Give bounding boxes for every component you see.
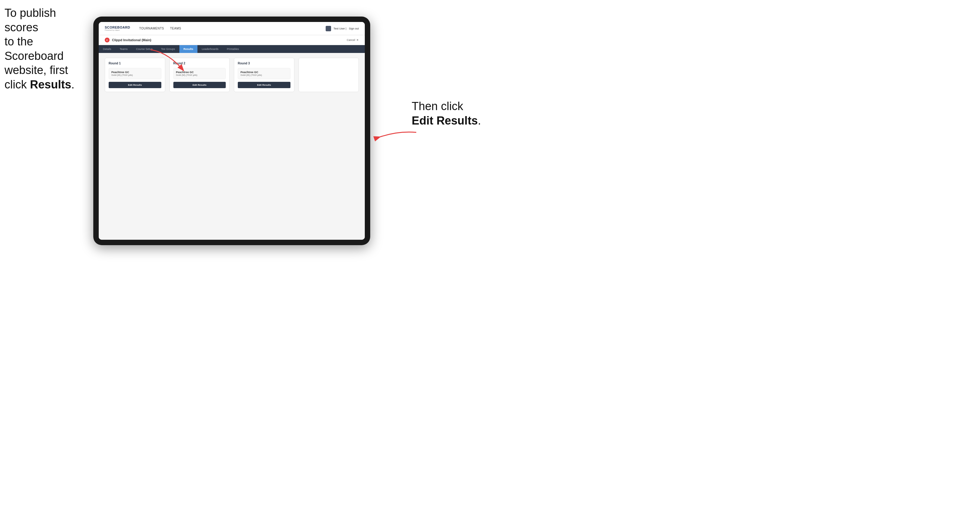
round-3-course-name: Peachtree GC [240, 71, 288, 74]
tab-printables[interactable]: Printables [223, 45, 243, 53]
round-3-course-card: Peachtree GC Gold (M) (7010 yds) [238, 68, 290, 79]
logo-area: SCOREBOARD Powered by clippd [105, 26, 130, 31]
sign-out-link[interactable]: Sign out [349, 27, 359, 30]
round-3-course-details: Gold (M) (7010 yds) [240, 74, 288, 76]
instruction-line1: To publish scores [5, 6, 56, 34]
instruction-results-bold: Results [30, 78, 71, 91]
round-4-card [299, 58, 359, 92]
top-nav: SCOREBOARD Powered by clippd TOURNAMENTS… [99, 22, 365, 35]
tab-bar: Details Teams Course Setup Tee Groups Re… [99, 45, 365, 53]
then-click-text: Then click Edit Results. [412, 99, 481, 128]
nav-left: SCOREBOARD Powered by clippd TOURNAMENTS… [105, 26, 181, 31]
nav-right: Test User | Sign out [326, 26, 359, 31]
edit-results-arrow [371, 120, 419, 144]
results-arrow [145, 47, 189, 77]
round-3-card: Round 3 Peachtree GC Gold (M) (7010 yds)… [234, 58, 294, 92]
then-click-suffix: . [478, 114, 481, 127]
user-name: Test User | [334, 27, 347, 30]
main-content: Round 1 Peachtree GC Gold (M) (7010 yds)… [99, 53, 365, 240]
close-icon: ✕ [356, 38, 359, 41]
scoreboard-logo: SCOREBOARD [105, 26, 130, 29]
then-click-line1: Then click [412, 100, 463, 113]
instruction-line4-prefix: click [5, 78, 30, 91]
then-click-edit-results-bold: Edit Results [412, 114, 478, 127]
round-3-title: Round 3 [238, 62, 290, 65]
round-1-edit-results-button[interactable]: Edit Results [109, 82, 161, 88]
instruction-line4-suffix: . [72, 78, 75, 91]
nav-teams[interactable]: TEAMS [170, 27, 181, 30]
nav-tournaments[interactable]: TOURNAMENTS [139, 27, 164, 30]
instruction-line3: website, first [5, 64, 68, 76]
sub-header: C Clippd Invitational (Main) Cancel ✕ [99, 35, 365, 45]
clippd-logo-icon: C [105, 38, 110, 43]
cancel-button[interactable]: Cancel ✕ [347, 38, 359, 41]
instruction-line2: to the Scoreboard [5, 35, 64, 62]
tablet-screen: SCOREBOARD Powered by clippd TOURNAMENTS… [99, 22, 365, 240]
round-3-edit-results-button[interactable]: Edit Results [238, 82, 290, 88]
tablet-device: SCOREBOARD Powered by clippd TOURNAMENTS… [93, 17, 370, 245]
cancel-label: Cancel [347, 38, 355, 41]
tab-leaderboards[interactable]: Leaderboards [197, 45, 223, 53]
instruction-text: To publish scores to the Scoreboard webs… [5, 6, 89, 92]
nav-links: TOURNAMENTS TEAMS [139, 27, 181, 30]
user-avatar [326, 26, 331, 31]
rounds-grid: Round 1 Peachtree GC Gold (M) (7010 yds)… [105, 58, 359, 92]
tab-details[interactable]: Details [99, 45, 116, 53]
tab-teams[interactable]: Teams [116, 45, 132, 53]
tournament-name: Clippd Invitational (Main) [112, 38, 151, 42]
tournament-title: C Clippd Invitational (Main) [105, 38, 151, 43]
logo-powered-by: Powered by clippd [105, 29, 130, 31]
round-2-edit-results-button[interactable]: Edit Results [173, 82, 226, 88]
